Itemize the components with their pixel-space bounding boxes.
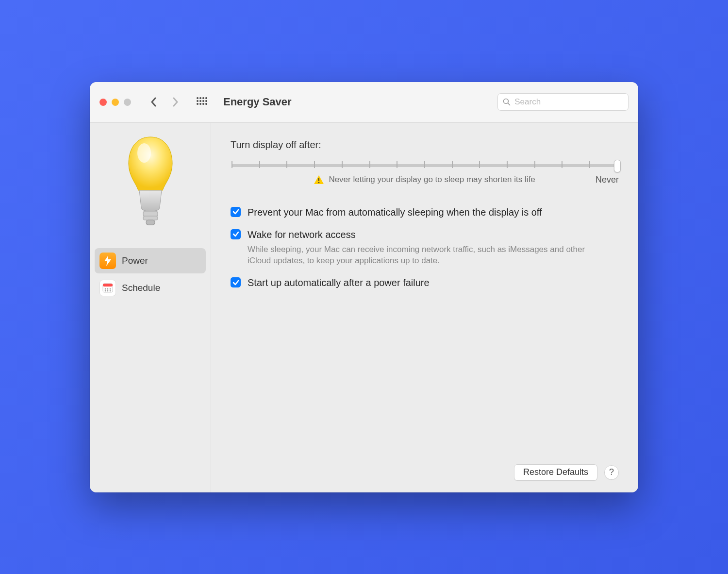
slider-value-label: Never xyxy=(596,175,619,185)
option-startup-power-failure: Start up automatically after a power fai… xyxy=(231,276,619,289)
sidebar-tab-schedule[interactable]: Schedule xyxy=(95,275,206,301)
checkmark-icon xyxy=(232,208,239,215)
svg-point-9 xyxy=(199,103,201,105)
svg-point-10 xyxy=(202,103,204,105)
svg-point-21 xyxy=(107,288,109,289)
option-wake-network: Wake for network access While sleeping, … xyxy=(231,228,619,267)
option-description: While sleeping, your Mac can receive inc… xyxy=(248,244,597,267)
svg-point-24 xyxy=(107,290,109,291)
minimize-window-button[interactable] xyxy=(112,99,119,106)
checkbox-startup-power-failure[interactable] xyxy=(231,277,241,287)
back-button[interactable] xyxy=(147,95,161,109)
sidebar-tab-label: Schedule xyxy=(122,283,160,293)
svg-rect-15 xyxy=(143,211,158,216)
warning-text: Never letting your display go to sleep m… xyxy=(329,175,535,185)
svg-point-3 xyxy=(205,97,207,99)
svg-line-13 xyxy=(508,103,510,105)
svg-rect-19 xyxy=(103,284,113,287)
close-window-button[interactable] xyxy=(99,99,107,106)
checkmark-icon xyxy=(232,279,239,286)
svg-rect-17 xyxy=(146,220,155,225)
sidebar: Power Schedule xyxy=(90,123,211,492)
svg-point-0 xyxy=(197,97,199,99)
svg-point-14 xyxy=(137,143,151,163)
window-body: Power Schedule Turn display off xyxy=(90,123,638,492)
svg-point-6 xyxy=(202,100,204,102)
svg-point-23 xyxy=(105,290,106,291)
footer: Restore Defaults ? xyxy=(231,464,619,481)
svg-rect-26 xyxy=(318,178,319,181)
svg-point-11 xyxy=(205,103,207,105)
svg-point-22 xyxy=(110,288,111,289)
svg-point-27 xyxy=(318,182,320,183)
svg-point-1 xyxy=(199,97,201,99)
svg-point-25 xyxy=(110,290,111,291)
sidebar-tab-power[interactable]: Power xyxy=(95,248,206,273)
forward-button[interactable] xyxy=(168,95,182,109)
preferences-window: Energy Saver xyxy=(90,82,638,492)
svg-point-2 xyxy=(202,97,204,99)
svg-point-12 xyxy=(504,99,509,104)
checkbox-prevent-sleep[interactable] xyxy=(231,207,241,217)
checkbox-wake-network[interactable] xyxy=(231,229,241,239)
show-all-button[interactable] xyxy=(194,95,209,109)
option-label: Prevent your Mac from automatically slee… xyxy=(248,206,542,219)
options-list: Prevent your Mac from automatically slee… xyxy=(231,206,619,289)
chevron-left-icon xyxy=(150,96,158,108)
svg-point-8 xyxy=(197,103,199,105)
zoom-window-button[interactable] xyxy=(124,99,131,106)
option-label: Wake for network access xyxy=(248,228,597,241)
option-label: Start up automatically after a power fai… xyxy=(248,276,430,289)
display-off-slider[interactable]: Never letting your display go to sleep m… xyxy=(231,159,619,185)
slider-label: Turn display off after: xyxy=(231,139,619,151)
schedule-icon xyxy=(99,280,116,296)
svg-rect-16 xyxy=(143,216,158,220)
chevron-right-icon xyxy=(171,96,179,108)
slider-thumb[interactable] xyxy=(614,160,621,172)
search-box[interactable] xyxy=(497,93,629,111)
svg-point-4 xyxy=(197,100,199,102)
slider-warning: Never letting your display go to sleep m… xyxy=(314,175,535,185)
window-title: Energy Saver xyxy=(223,96,292,108)
option-prevent-sleep: Prevent your Mac from automatically slee… xyxy=(231,206,619,219)
warning-icon xyxy=(314,175,324,184)
grid-icon xyxy=(196,97,207,107)
energy-saver-icon xyxy=(124,135,177,229)
svg-point-20 xyxy=(105,288,106,289)
traffic-lights xyxy=(99,99,131,106)
checkmark-icon xyxy=(232,231,239,237)
power-icon xyxy=(99,253,116,269)
help-button[interactable]: ? xyxy=(604,465,619,480)
sidebar-tab-label: Power xyxy=(122,255,148,266)
restore-defaults-button[interactable]: Restore Defaults xyxy=(514,464,597,481)
search-input[interactable] xyxy=(514,97,623,107)
titlebar: Energy Saver xyxy=(90,82,638,123)
svg-point-7 xyxy=(205,100,207,102)
svg-point-5 xyxy=(199,100,201,102)
sidebar-tabs: Power Schedule xyxy=(90,248,211,301)
main-panel: Turn display off after: xyxy=(211,123,638,492)
search-icon xyxy=(503,98,511,106)
